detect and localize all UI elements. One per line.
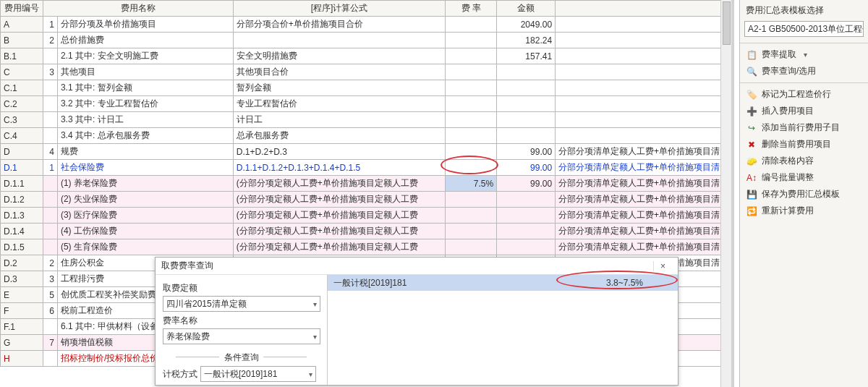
cell-rate[interactable] bbox=[446, 239, 497, 255]
result-row[interactable]: 一般计税[2019]181 3.8~7.5% bbox=[328, 275, 678, 291]
cell-idx: 1 bbox=[43, 160, 57, 176]
cell-formula: 专业工程暂估价 bbox=[233, 96, 445, 112]
cell-amount: 99.00 bbox=[497, 176, 556, 192]
table-row[interactable]: C.13.1 其中: 暂列金额暂列金额 bbox=[1, 80, 731, 96]
cell-id: E bbox=[1, 287, 43, 303]
cell-rate[interactable] bbox=[446, 48, 497, 64]
cell-rate[interactable] bbox=[446, 144, 497, 160]
cell-idx: 2 bbox=[43, 255, 57, 271]
vertical-scrollbar[interactable] bbox=[720, 0, 731, 387]
cell-formula: 暂列金额 bbox=[233, 80, 445, 96]
col-formula[interactable]: [程序]计算公式 bbox=[233, 1, 445, 17]
cell-idx bbox=[43, 128, 57, 144]
cell-id: D bbox=[1, 144, 43, 160]
template-select[interactable]: A2-1 GB50500-2013单位工程 ▾ bbox=[744, 21, 864, 37]
table-row[interactable]: D.11社会保险费D.1.1+D.1.2+D.1.3+D.1.4+D.1.599… bbox=[1, 160, 731, 176]
cell-rate[interactable] bbox=[446, 192, 497, 208]
cell-rate[interactable] bbox=[446, 96, 497, 112]
side-action[interactable]: 🔍费率查询/选用 bbox=[740, 63, 868, 80]
cell-name: (2) 失业保险费 bbox=[57, 192, 233, 208]
side-action[interactable]: 🏷️标记为工程造价行 bbox=[740, 86, 868, 103]
cell-id: F.1 bbox=[1, 319, 43, 335]
cell-rate[interactable] bbox=[446, 208, 497, 224]
table-row[interactable]: D.1.3(3) 医疗保险费(分部分项定额人工费+单价措施项目定额人工费分部分项… bbox=[1, 208, 731, 224]
table-row[interactable]: D.1.4(4) 工伤保险费(分部分项定额人工费+单价措施项目定额人工费分部分项… bbox=[1, 224, 731, 239]
cell-amount: 99.00 bbox=[497, 160, 556, 176]
cell-formula: (分部分项定额人工费+单价措施项目定额人工费 bbox=[233, 192, 445, 208]
cell-id: C.2 bbox=[1, 96, 43, 112]
table-row[interactable]: C3其他项目其他项目合价 bbox=[1, 64, 731, 80]
action-label: 标记为工程造价行 bbox=[762, 88, 831, 101]
col-id[interactable]: 费用编号 bbox=[1, 1, 43, 17]
side-action[interactable]: A↕编号批量调整 bbox=[740, 169, 868, 186]
cell-idx bbox=[43, 96, 57, 112]
side-action[interactable]: ↪添加当前行费用子目 bbox=[740, 119, 868, 136]
cell-rate[interactable] bbox=[446, 80, 497, 96]
cell-formula: 安全文明措施费 bbox=[233, 48, 445, 64]
quota-select[interactable]: 四川省2015清单定额 ▾ bbox=[163, 296, 320, 312]
close-icon[interactable]: × bbox=[653, 261, 672, 271]
col-remark[interactable] bbox=[556, 1, 731, 17]
side-action[interactable]: ✖删除当前费用项目 bbox=[740, 136, 868, 153]
cell-name: (3) 医疗保险费 bbox=[57, 208, 233, 224]
col-name[interactable]: 费用名称 bbox=[43, 1, 233, 17]
cell-id: D.1.4 bbox=[1, 224, 43, 239]
cell-rate[interactable] bbox=[446, 112, 497, 128]
cell-formula: 分部分项合价+单价措施项目合价 bbox=[233, 17, 445, 33]
cell-idx bbox=[43, 239, 57, 255]
cell-remark bbox=[556, 48, 731, 64]
cell-name: 规费 bbox=[57, 144, 233, 160]
table-row[interactable]: D.1.2(2) 失业保险费(分部分项定额人工费+单价措施项目定额人工费分部分项… bbox=[1, 192, 731, 208]
side-action[interactable]: 🧽清除表格内容 bbox=[740, 153, 868, 169]
chevron-down-icon: ▾ bbox=[862, 25, 864, 33]
cell-idx bbox=[43, 351, 57, 367]
table-row[interactable]: B.12.1 其中: 安全文明施工费安全文明措施费157.41 bbox=[1, 48, 731, 64]
cell-rate[interactable] bbox=[446, 33, 497, 48]
cell-remark: 分部分项清单定额人工费+单价措施项目清 bbox=[556, 208, 731, 224]
cell-remark: 分部分项清单定额人工费+单价措施项目清 bbox=[556, 160, 731, 176]
table-row[interactable]: D.1.5(5) 生育保险费(分部分项定额人工费+单价措施项目定额人工费分部分项… bbox=[1, 239, 731, 255]
table-row[interactable]: D.1.1(1) 养老保险费(分部分项定额人工费+单价措施项目定额人工费7.5%… bbox=[1, 176, 731, 192]
cell-rate[interactable] bbox=[446, 224, 497, 239]
col-amount[interactable]: 金额 bbox=[497, 1, 556, 17]
side-action[interactable]: ➕插入费用项目 bbox=[740, 103, 868, 119]
cell-formula: (分部分项定额人工费+单价措施项目定额人工费 bbox=[233, 208, 445, 224]
cell-formula: (分部分项定额人工费+单价措施项目定额人工费 bbox=[233, 224, 445, 239]
table-row[interactable]: C.43.4 其中: 总承包服务费总承包服务费 bbox=[1, 128, 731, 144]
action-label: 删除当前费用项目 bbox=[762, 138, 831, 150]
side-action[interactable]: 📋费率提取▾ bbox=[740, 46, 868, 63]
cell-idx: 2 bbox=[43, 33, 57, 48]
chevron-down-icon: ▾ bbox=[804, 51, 807, 59]
cell-id: B bbox=[1, 33, 43, 48]
action-icon: 💾 bbox=[746, 189, 757, 200]
table-row[interactable]: B2总价措施费182.24 bbox=[1, 33, 731, 48]
scroll-thumb[interactable] bbox=[723, 1, 731, 45]
cell-id: D.1.2 bbox=[1, 192, 43, 208]
cell-rate[interactable] bbox=[446, 17, 497, 33]
side-action[interactable]: 🔁重新计算费用 bbox=[740, 203, 868, 219]
table-row[interactable]: C.23.2 其中: 专业工程暂估价专业工程暂估价 bbox=[1, 96, 731, 112]
cell-rate[interactable] bbox=[446, 128, 497, 144]
table-row[interactable]: C.33.3 其中: 计日工计日工 bbox=[1, 112, 731, 128]
cell-idx bbox=[43, 208, 57, 224]
cell-rate[interactable] bbox=[446, 64, 497, 80]
cell-idx bbox=[43, 48, 57, 64]
cell-formula: 总承包服务费 bbox=[233, 128, 445, 144]
side-action[interactable]: 💾保存为费用汇总模板 bbox=[740, 186, 868, 203]
cell-amount bbox=[497, 96, 556, 112]
cell-rate[interactable] bbox=[446, 160, 497, 176]
cell-idx: 4 bbox=[43, 144, 57, 160]
rate-name-select[interactable]: 养老保险费 ▾ bbox=[163, 328, 320, 344]
cell-idx bbox=[43, 112, 57, 128]
tax-method-select[interactable]: 一般计税[2019]181 ▾ bbox=[200, 366, 316, 382]
action-label: 费率提取 bbox=[762, 48, 796, 61]
chevron-down-icon: ▾ bbox=[313, 333, 317, 341]
col-rate[interactable]: 费 率 bbox=[446, 1, 497, 17]
cell-name: 3.1 其中: 暂列金额 bbox=[57, 80, 233, 96]
table-row[interactable]: A1分部分项及单价措施项目分部分项合价+单价措施项目合价2049.00 bbox=[1, 17, 731, 33]
cell-rate[interactable]: 7.5% bbox=[446, 176, 497, 192]
cell-amount: 2049.00 bbox=[497, 17, 556, 33]
cell-remark: 分部分项清单定额人工费+单价措施项目清 bbox=[556, 224, 731, 239]
table-row[interactable]: D4规费D.1+D.2+D.399.00分部分项清单定额人工费+单价措施项目清 bbox=[1, 144, 731, 160]
action-label: 添加当前行费用子目 bbox=[762, 122, 840, 134]
